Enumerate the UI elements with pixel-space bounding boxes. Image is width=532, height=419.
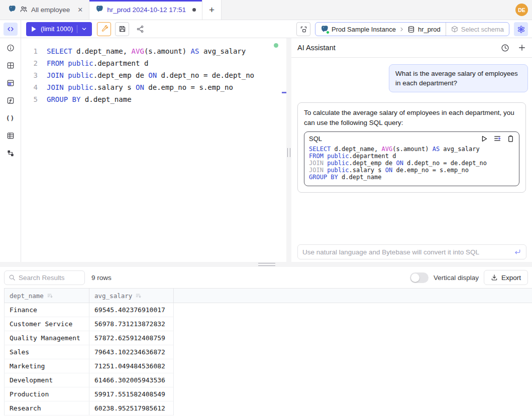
code-line[interactable]: 5GROUP BY d.dept_name <box>21 93 286 105</box>
resizer-grip <box>287 148 290 157</box>
sort-icon[interactable] <box>135 293 142 299</box>
line-number: 2 <box>21 57 38 69</box>
chat-messages: What is the average salary of employees … <box>291 58 532 237</box>
cell-dept-name[interactable]: Marketing <box>4 359 89 373</box>
table-row[interactable]: Customer Service56978.731213872832 <box>4 317 532 331</box>
ai-assistant-title: AI Assistant <box>297 44 336 52</box>
database-name: hr_prod <box>418 26 441 33</box>
table-icon <box>7 61 15 70</box>
info-icon <box>7 44 15 52</box>
cell-dept-name[interactable]: Development <box>4 373 89 387</box>
user-avatar[interactable]: DE <box>515 4 528 16</box>
tab-all-employee[interactable]: All employee ✕ <box>2 0 89 20</box>
table-row[interactable]: Finance69545.402376910017 <box>4 303 532 317</box>
enter-icon[interactable] <box>513 248 521 256</box>
insert-to-editor-icon[interactable] <box>493 134 501 143</box>
line-number: 5 <box>21 93 38 105</box>
vertical-display-label: Vertical display <box>434 274 479 282</box>
ai-assistant-button[interactable] <box>514 22 528 36</box>
code-line[interactable]: 1SELECT d.dept_name, AVG(s.amount) AS av… <box>21 45 286 57</box>
format-sql-button[interactable] <box>296 22 310 36</box>
cell-dept-name[interactable]: Finance <box>4 303 89 317</box>
table-row[interactable]: Marketing71251.049484536082 <box>4 359 532 373</box>
code-line[interactable]: 4JOIN public.salary s ON de.emp_no = s.e… <box>21 81 286 93</box>
parentheses-icon: () <box>6 114 15 122</box>
cell-avg-salary[interactable]: 79643.102234636872 <box>89 345 174 359</box>
panel-resizer-vertical[interactable] <box>286 38 291 262</box>
overview-ruler-mark <box>282 92 286 93</box>
sort-icon[interactable] <box>47 293 53 299</box>
run-snippet-icon[interactable] <box>480 135 488 143</box>
connection-breadcrumb: Prod Sample Instance hr_prod Select sche… <box>315 22 509 36</box>
close-tab-icon[interactable]: ✕ <box>77 6 83 14</box>
ai-prompt-input[interactable] <box>302 248 510 256</box>
openai-icon <box>517 25 525 34</box>
cell-avg-salary[interactable]: 71251.049484536082 <box>89 359 174 373</box>
history-icon[interactable] <box>501 44 509 52</box>
vertical-display-toggle[interactable] <box>410 272 429 283</box>
assistant-message-text: To calculate the average salary of emplo… <box>304 108 519 128</box>
cell-avg-salary[interactable]: 69545.402376910017 <box>89 303 174 317</box>
cell-dept-name[interactable]: Customer Service <box>4 317 89 331</box>
views-panel-button[interactable] <box>7 131 15 139</box>
results-toolbar: 9 rows Vertical display Export <box>0 267 532 288</box>
cell-avg-salary[interactable]: 57872.625912408759 <box>89 331 174 345</box>
tab-hr-prod[interactable]: hr_prod 2024-10-12 17:51 <box>89 0 202 20</box>
cell-dept-name[interactable]: Quality Management <box>4 331 89 345</box>
column-header-label: dept_name <box>10 292 44 300</box>
table-data-icon <box>7 79 15 87</box>
unsaved-dot <box>192 8 196 12</box>
sample-data-panel-button[interactable] <box>7 79 15 87</box>
search-results-input[interactable] <box>19 274 80 282</box>
cell-dept-name[interactable]: Sales <box>4 345 89 359</box>
new-chat-icon[interactable] <box>518 44 526 52</box>
cell-avg-salary[interactable]: 60238.952517985612 <box>89 401 174 415</box>
export-label: Export <box>501 274 521 282</box>
copy-icon[interactable] <box>507 135 514 143</box>
search-results-box <box>4 270 85 285</box>
share-button[interactable] <box>133 22 147 36</box>
tables-panel-button[interactable] <box>7 61 15 69</box>
assistant-message-bubble: To calculate the average salary of emplo… <box>297 102 526 193</box>
connection-selector[interactable]: Prod Sample Instance hr_prod <box>315 23 446 36</box>
code-line[interactable]: 3JOIN public.dept_emp de ON d.dept_no = … <box>21 69 286 81</box>
new-tab-button[interactable]: + <box>202 0 222 20</box>
cell-avg-salary[interactable]: 56978.731213872832 <box>89 317 174 331</box>
cell-avg-salary[interactable]: 61466.302005943536 <box>89 373 174 387</box>
sql-snippet: SELECT d.dept_name, AVG(s.amount) AS avg… <box>309 146 514 181</box>
table-row[interactable]: Development61466.302005943536 <box>4 373 532 387</box>
user-message-text: What is the average salary of employees … <box>395 70 518 87</box>
cell-dept-name[interactable]: Research <box>4 401 89 415</box>
panel-resizer-horizontal[interactable] <box>0 262 532 267</box>
procedures-panel-button[interactable]: () <box>7 114 15 122</box>
code-language-label: SQL <box>309 135 322 143</box>
download-icon <box>491 274 498 281</box>
toolbar-right: Prod Sample Instance hr_prod Select sche… <box>296 20 528 38</box>
column-header-label: avg_salary <box>94 292 132 300</box>
code-line[interactable]: 2FROM public.department d <box>21 57 286 69</box>
schema-diagram-icon <box>7 149 15 158</box>
sql-editor-toggle-button[interactable] <box>4 23 18 36</box>
export-button[interactable]: Export <box>484 270 528 285</box>
schema-selector[interactable]: Select schema <box>446 23 509 36</box>
column-header-avg-salary[interactable]: avg_salary <box>89 288 174 303</box>
column-header-dept-name[interactable]: dept_name <box>4 288 89 303</box>
toggle-knob <box>411 273 419 282</box>
play-icon <box>31 26 37 32</box>
table-row[interactable]: Quality Management57872.625912408759 <box>4 331 532 345</box>
functions-panel-button[interactable] <box>7 96 15 104</box>
admin-wrench-button[interactable] <box>97 22 111 36</box>
table-row[interactable]: Research60238.952517985612 <box>4 401 532 415</box>
cell-avg-salary[interactable]: 59917.551582408549 <box>89 387 174 401</box>
chevron-down-icon[interactable] <box>81 26 87 32</box>
cell-dept-name[interactable]: Production <box>4 387 89 401</box>
save-sheet-button[interactable] <box>115 22 129 36</box>
table-row[interactable]: Production59917.551582408549 <box>4 387 532 401</box>
sql-editor[interactable]: 1SELECT d.dept_name, AVG(s.amount) AS av… <box>21 38 286 262</box>
button-divider <box>77 25 77 33</box>
info-panel-button[interactable] <box>7 44 15 52</box>
tab-label: All employee <box>31 6 70 14</box>
table-row[interactable]: Sales79643.102234636872 <box>4 345 532 359</box>
run-query-button[interactable]: (limit 1000) <box>26 22 92 36</box>
schema-diagram-button[interactable] <box>7 149 15 157</box>
